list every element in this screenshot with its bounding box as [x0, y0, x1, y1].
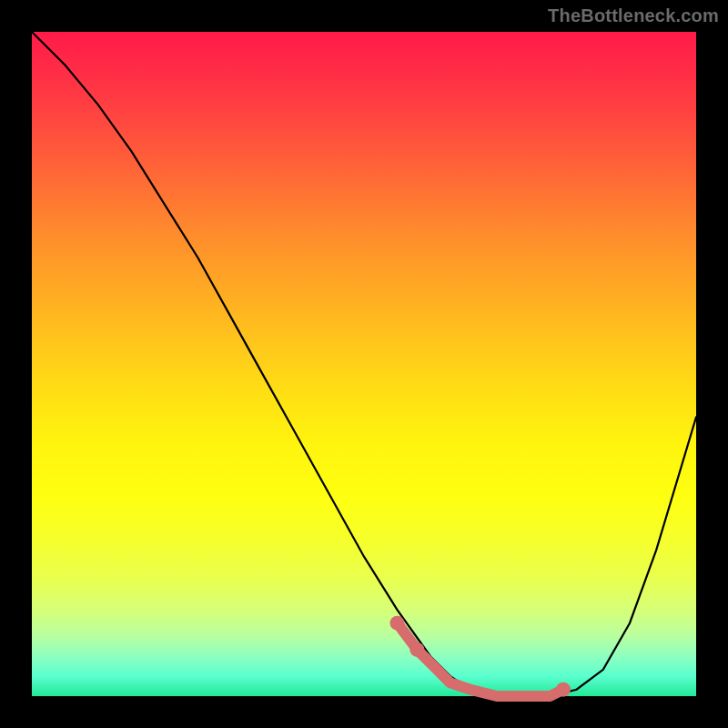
chart-layer [32, 32, 696, 697]
chart-frame: TheBottleneck.com [0, 0, 728, 728]
highlight-dot [410, 642, 424, 657]
watermark-text: TheBottleneck.com [548, 5, 719, 26]
highlight-dot [390, 616, 405, 631]
highlight-dots [390, 616, 571, 697]
bottleneck-curve [32, 32, 696, 696]
chart-svg [0, 0, 728, 728]
highlight-segment [398, 623, 564, 696]
highlight-dot [556, 682, 571, 697]
